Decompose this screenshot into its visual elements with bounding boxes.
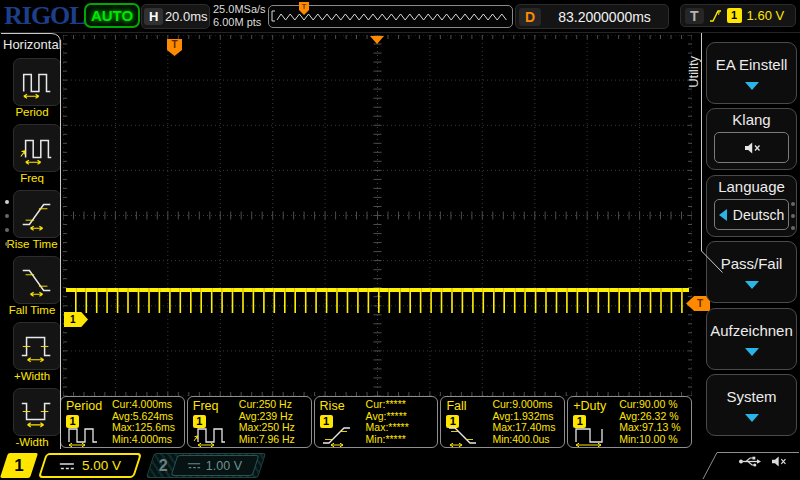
delay-value: 83.2000000ms [541, 9, 668, 25]
menu-scroll-dots [791, 202, 795, 230]
period-icon [18, 63, 56, 101]
channel2-number: 2 [159, 457, 168, 475]
measurement-name: Fall [446, 399, 466, 413]
fall-time-icon [18, 261, 56, 299]
channel2-scale: 1.00 V [206, 459, 242, 473]
memory-depth: 6.00M pts [213, 16, 266, 29]
chevron-left-icon [719, 209, 727, 221]
acquisition-info: 25.0MSa/s 6.00M pts [213, 3, 266, 29]
minus-width-icon [18, 393, 56, 431]
menu-label-aufzeichnen: Aufzeichnen [707, 322, 796, 339]
sidebar-item-rise-time[interactable] [13, 190, 61, 238]
measurement-name: Rise [320, 399, 345, 413]
sidebar-item-neg-width[interactable] [13, 388, 61, 436]
trigger-source-badge: 1 [727, 8, 742, 23]
speaker-muted-icon [770, 455, 787, 468]
menu-item-klang[interactable]: Klang [706, 108, 797, 170]
channel1-tab[interactable]: 5.00 V [38, 453, 142, 478]
waveform-memory-preview: T [268, 5, 513, 28]
speaker-muted-icon [743, 141, 761, 155]
trigger-label: T [685, 8, 704, 24]
menu-item-pass-fail[interactable]: Pass/Fail [706, 241, 797, 303]
measurement-values: Cur:90.00 %Avg:26.32 % Max:97.13 %Min:10… [619, 399, 680, 445]
h-label: H [144, 8, 163, 25]
menu-item-language[interactable]: Language Deutsch [706, 175, 797, 237]
rising-edge-icon [709, 8, 722, 23]
measurement-values: Cur:9.000msAvg:1.932ms Max:17.40msMin:40… [492, 399, 555, 445]
fall-icon [445, 423, 487, 447]
measurement-fall: Fall 1 Cur:9.000msAvg:1.932ms Max:17.40m… [440, 396, 565, 448]
chevron-down-icon [745, 348, 759, 356]
delay-box: D 83.2000000ms [515, 4, 669, 29]
trigger-status-badge: AUTO [84, 3, 140, 28]
menu-label-ea-einstell: EA Einstell [707, 56, 796, 73]
graticule-and-trace [63, 35, 692, 396]
menu-item-system[interactable]: System [706, 374, 797, 436]
measurement-name: +Duty [573, 399, 606, 413]
menu-tab-title: Utility [686, 56, 701, 88]
menu-label-language: Language [707, 178, 796, 195]
chevron-down-icon [745, 281, 759, 289]
left-menu-title: Horizontal [3, 37, 62, 52]
menu-label-system: System [707, 388, 796, 405]
trigger-level-value: 1.60 V [747, 8, 785, 23]
language-value-box: Deutsch [714, 199, 789, 230]
sidebar-label-period: Period [0, 106, 64, 118]
rise-icon [319, 423, 361, 447]
measurement-period: Period 1 Cur:4.000msAvg:5.624ms Max:125.… [60, 396, 185, 448]
channel2-scale-box: 1.00 V [170, 455, 259, 476]
status-icon-tray [738, 455, 787, 468]
sidebar-item-fall-time[interactable] [13, 256, 61, 304]
measurement-rise: Rise 1 Cur:*****Avg:***** Max:*****Min:*… [314, 396, 439, 448]
freq-icon [192, 423, 234, 447]
measurement-values: Cur:4.000msAvg:5.624ms Max:125.6msMin:4.… [112, 399, 175, 445]
top-status-bar: RIGOL AUTO H 20.0ms 25.0MSa/s 6.00M pts … [0, 0, 800, 33]
menu-label-klang: Klang [707, 111, 796, 128]
sidebar-label-freq: Freq [0, 172, 64, 184]
horizontal-timebase-box: H 20.0ms [141, 4, 210, 29]
sample-rate: 25.0MSa/s [213, 3, 266, 16]
timebase-value: 20.0ms [163, 9, 209, 24]
oscilloscope-screen: RIGOL AUTO H 20.0ms 25.0MSa/s 6.00M pts … [0, 0, 800, 480]
menu-label-pass-fail: Pass/Fail [707, 255, 796, 272]
rise-time-icon [18, 195, 56, 233]
chevron-down-icon [745, 82, 759, 90]
freq-icon [18, 129, 56, 167]
sidebar-item-period[interactable] [13, 58, 61, 106]
sidebar-item-freq[interactable] [13, 124, 61, 172]
measurement-freq: Freq 1 Cur:250 HzAvg:239 Hz Max:250 HzMi… [187, 396, 312, 448]
channel1-scale: 5.00 V [82, 458, 121, 473]
measurement-values: Cur:*****Avg:***** Max:*****Min:***** [366, 399, 409, 445]
measurement-values: Cur:250 HzAvg:239 Hz Max:250 HzMin:7.96 … [239, 399, 295, 445]
channel1-number: 1 [4, 453, 34, 478]
channel1-tab-badge[interactable]: 1 [0, 453, 38, 478]
language-value: Deutsch [733, 207, 784, 223]
plus-width-icon [18, 327, 56, 365]
sidebar-label-neg-width: -Width [0, 436, 64, 448]
measurement-name: Period [66, 399, 102, 413]
usb-icon [738, 455, 762, 468]
dc-coupling-icon [59, 461, 75, 471]
menu-item-ea-einstell[interactable]: EA Einstell [706, 42, 797, 104]
sidebar-label-rise-time: Rise Time [0, 238, 64, 250]
measurement-pos-duty: +Duty 1 Cur:90.00 %Avg:26.32 % Max:97.13… [567, 396, 692, 448]
waveform-display-area: T 1 [63, 35, 692, 396]
dc-coupling-icon [187, 461, 201, 470]
sidebar-label-pos-width: +Width [0, 370, 64, 382]
plus-duty-icon [572, 423, 614, 447]
rigol-logo: RIGOL [4, 1, 86, 31]
klang-value-box [714, 132, 789, 163]
chevron-down-icon [745, 414, 759, 422]
period-icon [65, 423, 107, 447]
sidebar-label-fall-time: Fall Time [0, 304, 64, 316]
measurement-name: Freq [193, 399, 219, 413]
sidebar-scroll-dots [5, 200, 9, 246]
channel2-tab[interactable]: 2 1.00 V [146, 453, 266, 478]
delay-label: D [519, 8, 541, 26]
sidebar-item-pos-width[interactable] [13, 322, 61, 370]
trigger-box: T 1 1.60 V [680, 4, 796, 27]
menu-item-aufzeichnen[interactable]: Aufzeichnen [706, 308, 797, 370]
screen-center-marker-icon [370, 36, 384, 44]
measurement-bar: Period 1 Cur:4.000msAvg:5.624ms Max:125.… [60, 396, 692, 448]
